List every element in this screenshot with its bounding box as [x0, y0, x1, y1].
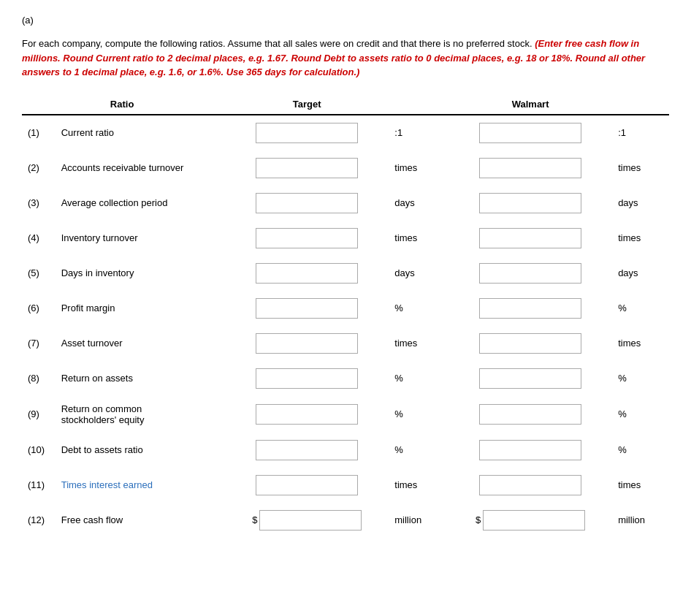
walmart-input-cell: [446, 396, 615, 433]
target-unit: times: [392, 151, 446, 186]
instructions: For each company, compute the following …: [22, 37, 669, 80]
ratio-label: Times interest earned: [56, 468, 223, 503]
section-label: (a): [22, 15, 669, 26]
walmart-input-cell: [446, 433, 615, 468]
target-unit: %: [392, 361, 446, 396]
target-input-cell: [222, 361, 392, 396]
ratio-table: Ratio Target Walmart (1)Current ratio:1:…: [22, 94, 669, 538]
target-input-11[interactable]: [256, 475, 358, 495]
walmart-input-9[interactable]: [479, 404, 581, 425]
target-input-1[interactable]: [256, 123, 358, 143]
target-input-5[interactable]: [256, 263, 358, 284]
row-number: (11): [22, 468, 56, 503]
walmart-input-cell: [446, 186, 615, 221]
walmart-input-12[interactable]: [483, 510, 585, 531]
ratio-label: Inventory turnover: [56, 221, 223, 256]
target-input-6[interactable]: [256, 298, 358, 319]
walmart-unit: %: [615, 291, 669, 326]
target-input-cell: [222, 115, 392, 151]
target-input-cell: [222, 151, 392, 186]
target-input-12[interactable]: [259, 510, 362, 531]
table-row: (3)Average collection perioddaysdays: [22, 186, 669, 221]
target-input-10[interactable]: [256, 440, 358, 460]
ratio-label: Days in inventory: [56, 256, 223, 291]
header-target-unit-space: [392, 94, 446, 115]
table-row: (1)Current ratio:1:1: [22, 115, 669, 151]
walmart-input-10[interactable]: [479, 440, 581, 460]
table-row: (6)Profit margin%%: [22, 291, 669, 326]
ratio-label: Return on commonstockholders' equity: [56, 396, 223, 433]
target-input-7[interactable]: [256, 333, 358, 354]
walmart-input-7[interactable]: [479, 333, 581, 354]
walmart-input-5[interactable]: [479, 263, 581, 284]
ratio-label: Average collection period: [56, 186, 223, 221]
target-input-cell: [222, 186, 392, 221]
target-input-9[interactable]: [256, 404, 358, 425]
table-row: (2)Accounts receivable turnovertimestime…: [22, 151, 669, 186]
walmart-input-8[interactable]: [479, 368, 581, 389]
table-row: (10)Debt to assets ratio%%: [22, 433, 669, 468]
row-number: (9): [22, 396, 56, 433]
walmart-input-cell: [446, 326, 615, 361]
target-input-cell: [222, 256, 392, 291]
target-input-cell: $: [222, 503, 392, 538]
walmart-input-cell: [446, 221, 615, 256]
row-number: (4): [22, 221, 56, 256]
walmart-input-cell: [446, 468, 615, 503]
target-input-cell: [222, 433, 392, 468]
target-input-cell: [222, 221, 392, 256]
target-unit: :1: [392, 115, 446, 151]
target-unit: days: [392, 186, 446, 221]
walmart-input-11[interactable]: [479, 475, 581, 495]
row-number: (8): [22, 361, 56, 396]
target-input-cell: [222, 326, 392, 361]
table-row: (7)Asset turnovertimestimes: [22, 326, 669, 361]
ratio-label: Profit margin: [56, 291, 223, 326]
walmart-input-1[interactable]: [479, 123, 581, 143]
walmart-input-3[interactable]: [479, 193, 581, 213]
walmart-input-cell: [446, 256, 615, 291]
walmart-unit: million: [615, 503, 669, 538]
walmart-unit: times: [615, 151, 669, 186]
walmart-input-6[interactable]: [479, 298, 581, 319]
walmart-unit: times: [615, 468, 669, 503]
header-walmart: Walmart: [446, 94, 615, 115]
target-unit: days: [392, 256, 446, 291]
row-number: (7): [22, 326, 56, 361]
target-unit: times: [392, 326, 446, 361]
walmart-input-4[interactable]: [479, 228, 581, 248]
row-number: (12): [22, 503, 56, 538]
table-row: (8)Return on assets%%: [22, 361, 669, 396]
row-number: (2): [22, 151, 56, 186]
table-row: (5)Days in inventorydaysdays: [22, 256, 669, 291]
ratio-label: Asset turnover: [56, 326, 223, 361]
target-input-8[interactable]: [256, 368, 358, 389]
target-input-2[interactable]: [256, 158, 358, 178]
walmart-unit: days: [615, 186, 669, 221]
dollar-sign-walmart: $: [476, 514, 481, 525]
walmart-input-cell: $: [446, 503, 615, 538]
target-input-4[interactable]: [256, 228, 358, 248]
table-row: (11)Times interest earnedtimestimes: [22, 468, 669, 503]
row-number: (5): [22, 256, 56, 291]
row-number: (3): [22, 186, 56, 221]
walmart-unit: :1: [615, 115, 669, 151]
target-unit: million: [392, 503, 446, 538]
ratio-label: Free cash flow: [56, 503, 223, 538]
target-input-cell: [222, 291, 392, 326]
walmart-input-cell: [446, 361, 615, 396]
walmart-input-cell: [446, 151, 615, 186]
walmart-input-cell: [446, 115, 615, 151]
target-unit: times: [392, 221, 446, 256]
table-row: (12)Free cash flow$million$million: [22, 503, 669, 538]
target-input-cell: [222, 396, 392, 433]
target-unit: times: [392, 468, 446, 503]
target-input-cell: [222, 468, 392, 503]
target-unit: %: [392, 433, 446, 468]
header-ratio: Ratio: [22, 94, 222, 115]
target-input-3[interactable]: [256, 193, 358, 213]
walmart-unit: %: [615, 396, 669, 433]
table-row: (4)Inventory turnovertimestimes: [22, 221, 669, 256]
ratio-label: Debt to assets ratio: [56, 433, 223, 468]
walmart-input-2[interactable]: [479, 158, 581, 178]
